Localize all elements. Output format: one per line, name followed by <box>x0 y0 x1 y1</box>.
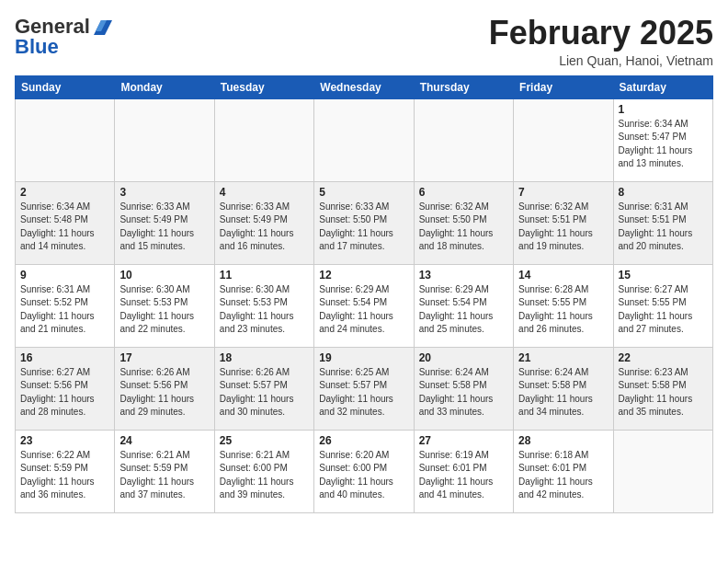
day-info: Sunrise: 6:21 AM Sunset: 6:00 PM Dayligh… <box>220 449 309 502</box>
col-header-thursday: Thursday <box>414 75 513 98</box>
day-number: 28 <box>518 434 608 447</box>
day-info: Sunrise: 6:31 AM Sunset: 5:52 PM Dayligh… <box>20 283 109 337</box>
calendar-cell: 17Sunrise: 6:26 AM Sunset: 5:56 PM Dayli… <box>115 347 214 430</box>
calendar-cell <box>16 98 115 181</box>
calendar-week-row: 2Sunrise: 6:34 AM Sunset: 5:48 PM Daylig… <box>16 181 713 264</box>
day-number: 7 <box>518 186 608 199</box>
calendar-cell: 25Sunrise: 6:21 AM Sunset: 6:00 PM Dayli… <box>214 430 313 512</box>
day-info: Sunrise: 6:24 AM Sunset: 5:58 PM Dayligh… <box>518 366 608 419</box>
day-info: Sunrise: 6:33 AM Sunset: 5:50 PM Dayligh… <box>319 201 408 254</box>
calendar-cell: 7Sunrise: 6:32 AM Sunset: 5:51 PM Daylig… <box>514 181 613 264</box>
day-number: 6 <box>419 186 508 199</box>
calendar-cell: 3Sunrise: 6:33 AM Sunset: 5:49 PM Daylig… <box>115 181 214 264</box>
day-number: 22 <box>619 351 708 364</box>
calendar-cell: 4Sunrise: 6:33 AM Sunset: 5:49 PM Daylig… <box>214 181 313 264</box>
calendar-cell <box>314 98 414 181</box>
day-info: Sunrise: 6:18 AM Sunset: 6:01 PM Dayligh… <box>518 449 608 502</box>
calendar-cell: 10Sunrise: 6:30 AM Sunset: 5:53 PM Dayli… <box>115 264 214 347</box>
day-info: Sunrise: 6:29 AM Sunset: 5:54 PM Dayligh… <box>419 283 508 337</box>
day-info: Sunrise: 6:32 AM Sunset: 5:50 PM Dayligh… <box>419 201 508 254</box>
calendar-cell: 11Sunrise: 6:30 AM Sunset: 5:53 PM Dayli… <box>214 264 313 347</box>
calendar-title: February 2025 <box>489 15 713 52</box>
day-number: 19 <box>319 351 408 364</box>
day-number: 15 <box>619 269 708 282</box>
calendar-week-row: 16Sunrise: 6:27 AM Sunset: 5:56 PM Dayli… <box>16 347 713 430</box>
day-number: 9 <box>20 269 109 282</box>
day-info: Sunrise: 6:33 AM Sunset: 5:49 PM Dayligh… <box>119 201 209 254</box>
calendar-cell: 14Sunrise: 6:28 AM Sunset: 5:55 PM Dayli… <box>514 264 613 347</box>
calendar-subtitle: Lien Quan, Hanoi, Vietnam <box>489 53 713 68</box>
day-number: 11 <box>220 269 309 282</box>
day-info: Sunrise: 6:22 AM Sunset: 5:59 PM Dayligh… <box>20 449 109 502</box>
day-info: Sunrise: 6:20 AM Sunset: 6:00 PM Dayligh… <box>319 449 408 502</box>
calendar-cell: 15Sunrise: 6:27 AM Sunset: 5:55 PM Dayli… <box>613 264 712 347</box>
calendar-cell <box>115 98 214 181</box>
calendar-table: SundayMondayTuesdayWednesdayThursdayFrid… <box>15 75 713 513</box>
logo-icon <box>92 18 112 35</box>
day-number: 24 <box>119 434 209 447</box>
day-number: 18 <box>220 351 309 364</box>
day-number: 5 <box>319 186 408 199</box>
day-number: 16 <box>20 351 109 364</box>
calendar-cell: 6Sunrise: 6:32 AM Sunset: 5:50 PM Daylig… <box>414 181 513 264</box>
calendar-cell: 24Sunrise: 6:21 AM Sunset: 5:59 PM Dayli… <box>115 430 214 512</box>
calendar-cell: 23Sunrise: 6:22 AM Sunset: 5:59 PM Dayli… <box>16 430 115 512</box>
day-number: 8 <box>619 186 708 199</box>
day-info: Sunrise: 6:34 AM Sunset: 5:48 PM Dayligh… <box>20 201 109 254</box>
day-number: 17 <box>119 351 209 364</box>
day-info: Sunrise: 6:24 AM Sunset: 5:58 PM Dayligh… <box>419 366 508 419</box>
logo-blue: Blue <box>15 35 59 59</box>
day-number: 2 <box>20 186 109 199</box>
col-header-friday: Friday <box>514 75 613 98</box>
day-number: 4 <box>220 186 309 199</box>
day-number: 12 <box>319 269 408 282</box>
col-header-saturday: Saturday <box>613 75 712 98</box>
calendar-cell: 26Sunrise: 6:20 AM Sunset: 6:00 PM Dayli… <box>314 430 414 512</box>
calendar-cell: 27Sunrise: 6:19 AM Sunset: 6:01 PM Dayli… <box>414 430 513 512</box>
day-number: 14 <box>518 269 608 282</box>
calendar-cell: 20Sunrise: 6:24 AM Sunset: 5:58 PM Dayli… <box>414 347 513 430</box>
page-header: General Blue February 2025 Lien Quan, Ha… <box>15 15 713 68</box>
day-number: 3 <box>119 186 209 199</box>
day-number: 27 <box>419 434 508 447</box>
day-info: Sunrise: 6:30 AM Sunset: 5:53 PM Dayligh… <box>119 283 209 337</box>
calendar-cell: 16Sunrise: 6:27 AM Sunset: 5:56 PM Dayli… <box>16 347 115 430</box>
day-info: Sunrise: 6:25 AM Sunset: 5:57 PM Dayligh… <box>319 366 408 419</box>
day-number: 1 <box>619 103 708 116</box>
day-info: Sunrise: 6:23 AM Sunset: 5:58 PM Dayligh… <box>619 366 708 419</box>
day-number: 13 <box>419 269 508 282</box>
calendar-cell <box>214 98 313 181</box>
calendar-cell <box>613 430 712 512</box>
day-number: 10 <box>119 269 209 282</box>
logo: General Blue <box>15 15 112 59</box>
day-info: Sunrise: 6:32 AM Sunset: 5:51 PM Dayligh… <box>518 201 608 254</box>
day-info: Sunrise: 6:26 AM Sunset: 5:57 PM Dayligh… <box>220 366 309 419</box>
calendar-cell <box>414 98 513 181</box>
calendar-cell: 18Sunrise: 6:26 AM Sunset: 5:57 PM Dayli… <box>214 347 313 430</box>
title-block: February 2025 Lien Quan, Hanoi, Vietnam <box>489 15 713 68</box>
day-info: Sunrise: 6:33 AM Sunset: 5:49 PM Dayligh… <box>220 201 309 254</box>
calendar-cell: 13Sunrise: 6:29 AM Sunset: 5:54 PM Dayli… <box>414 264 513 347</box>
day-info: Sunrise: 6:27 AM Sunset: 5:55 PM Dayligh… <box>619 283 708 337</box>
col-header-tuesday: Tuesday <box>214 75 313 98</box>
day-info: Sunrise: 6:34 AM Sunset: 5:47 PM Dayligh… <box>619 118 708 171</box>
calendar-week-row: 23Sunrise: 6:22 AM Sunset: 5:59 PM Dayli… <box>16 430 713 512</box>
calendar-week-row: 9Sunrise: 6:31 AM Sunset: 5:52 PM Daylig… <box>16 264 713 347</box>
calendar-cell <box>514 98 613 181</box>
day-number: 26 <box>319 434 408 447</box>
calendar-cell: 9Sunrise: 6:31 AM Sunset: 5:52 PM Daylig… <box>16 264 115 347</box>
calendar-cell: 5Sunrise: 6:33 AM Sunset: 5:50 PM Daylig… <box>314 181 414 264</box>
col-header-wednesday: Wednesday <box>314 75 414 98</box>
day-info: Sunrise: 6:30 AM Sunset: 5:53 PM Dayligh… <box>220 283 309 337</box>
calendar-cell: 21Sunrise: 6:24 AM Sunset: 5:58 PM Dayli… <box>514 347 613 430</box>
day-number: 20 <box>419 351 508 364</box>
day-info: Sunrise: 6:27 AM Sunset: 5:56 PM Dayligh… <box>20 366 109 419</box>
calendar-cell: 12Sunrise: 6:29 AM Sunset: 5:54 PM Dayli… <box>314 264 414 347</box>
day-info: Sunrise: 6:21 AM Sunset: 5:59 PM Dayligh… <box>119 449 209 502</box>
calendar-cell: 8Sunrise: 6:31 AM Sunset: 5:51 PM Daylig… <box>613 181 712 264</box>
calendar-cell: 1Sunrise: 6:34 AM Sunset: 5:47 PM Daylig… <box>613 98 712 181</box>
day-info: Sunrise: 6:26 AM Sunset: 5:56 PM Dayligh… <box>119 366 209 419</box>
calendar-week-row: 1Sunrise: 6:34 AM Sunset: 5:47 PM Daylig… <box>16 98 713 181</box>
calendar-cell: 19Sunrise: 6:25 AM Sunset: 5:57 PM Dayli… <box>314 347 414 430</box>
day-info: Sunrise: 6:19 AM Sunset: 6:01 PM Dayligh… <box>419 449 508 502</box>
